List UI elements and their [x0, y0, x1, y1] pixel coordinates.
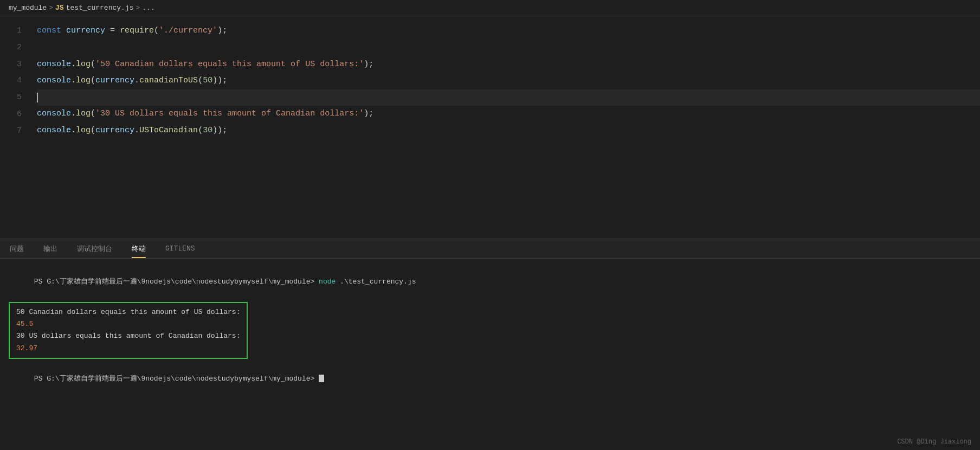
tab-terminal[interactable]: 终端	[122, 239, 156, 258]
code-line-3: console . log ( '50 Canadian dollars equ…	[37, 56, 980, 73]
kw-const: const	[37, 23, 61, 40]
tab-output[interactable]: 输出	[34, 239, 67, 258]
fn-log-4: log	[76, 73, 91, 89]
code-line-4: console . log ( currency . canadianToUS …	[37, 73, 980, 89]
code-line-7: console . log ( currency . USToCanadian …	[37, 123, 980, 139]
code-line-5	[37, 89, 980, 106]
line-num-4: 4	[0, 73, 22, 89]
fn-log-3: log	[76, 56, 91, 73]
console-3: console	[37, 56, 71, 73]
line-num-6: 6	[0, 106, 22, 123]
text-cursor	[37, 93, 38, 102]
line-num-1: 1	[0, 23, 22, 40]
output-line2: 30 US dollars equals this amount of Cana…	[16, 330, 240, 342]
var-currency-7: currency	[95, 123, 134, 139]
line-num-5: 5	[0, 89, 22, 106]
terminal-ps-command: PS G:\丁家雄自学前端最后一遍\9nodejs\code\nodestudy…	[9, 264, 971, 300]
terminal-ps-after: PS G:\丁家雄自学前端最后一遍\9nodejs\code\nodestudy…	[9, 361, 971, 397]
terminal-command-rest: .\test_currency.js	[336, 278, 416, 286]
console-7: console	[37, 123, 71, 139]
code-area: 1 2 3 4 5 6 7 const currency = require (…	[0, 16, 980, 239]
line-num-2: 2	[0, 40, 22, 56]
fn-log-6: log	[76, 106, 91, 123]
line-num-3: 3	[0, 56, 22, 73]
code-line-2	[37, 40, 980, 56]
tab-debug-console[interactable]: 调试控制台	[67, 239, 122, 258]
line-num-7: 7	[0, 123, 22, 140]
breadcrumb-module: my_module	[9, 4, 47, 12]
num-30: 30	[203, 123, 212, 139]
console-4: console	[37, 73, 71, 89]
ps-suffix: PS G:\丁家雄自学前端最后一遍\9nodejs\code\nodestudy…	[34, 375, 319, 383]
terminal-cursor	[319, 375, 324, 382]
panel: 问题 输出 调试控制台 终端 GITLENS PS G:\丁家雄自学前端最后一遍…	[0, 239, 980, 450]
code-content[interactable]: const currency = require ( './currency' …	[33, 16, 980, 239]
output-value1: 45.5	[16, 318, 240, 330]
tab-problems[interactable]: 问题	[0, 239, 34, 258]
breadcrumb-js-label: JS	[55, 4, 64, 12]
watermark: CSDN @Ding Jiaxiong	[897, 438, 971, 446]
ps-prefix: PS G:\丁家雄自学前端最后一遍\9nodejs\code\nodestudy…	[34, 278, 319, 286]
str-line6: '30 US dollars equals this amount of Can…	[95, 106, 364, 123]
output-value2: 32.97	[16, 343, 240, 355]
output-line1: 50 Canadian dollars equals this amount o…	[16, 306, 240, 318]
breadcrumb-file: test_currency.js	[66, 4, 134, 12]
tab-gitlens[interactable]: GITLENS	[156, 239, 205, 258]
line-numbers: 1 2 3 4 5 6 7	[0, 16, 33, 239]
breadcrumb-dots: ...	[142, 4, 154, 12]
num-50: 50	[203, 73, 212, 89]
method-canadianToUS: canadianToUS	[139, 73, 198, 89]
var-currency-4: currency	[95, 73, 134, 89]
terminal-area[interactable]: PS G:\丁家雄自学前端最后一遍\9nodejs\code\nodestudy…	[0, 259, 980, 450]
code-editor: 1 2 3 4 5 6 7 const currency = require (…	[0, 16, 980, 239]
fn-require: require	[120, 23, 154, 40]
breadcrumb: my_module > JS test_currency.js > ...	[0, 0, 980, 16]
code-line-6: console . log ( '30 US dollars equals th…	[37, 106, 980, 123]
var-currency: currency	[66, 23, 105, 40]
str-line3: '50 Canadian dollars equals this amount …	[95, 56, 364, 73]
method-USToCanadian: USToCanadian	[139, 123, 198, 139]
panel-tabs: 问题 输出 调试控制台 终端 GITLENS	[0, 239, 980, 259]
terminal-node-keyword: node	[319, 278, 336, 286]
breadcrumb-sep1: >	[49, 4, 53, 12]
fn-log-7: log	[76, 123, 91, 139]
terminal-output-box: 50 Canadian dollars equals this amount o…	[9, 302, 248, 358]
breadcrumb-sep2: >	[136, 4, 140, 12]
str-currency-path: './currency'	[159, 23, 217, 40]
code-line-1: const currency = require ( './currency' …	[37, 23, 980, 40]
console-6: console	[37, 106, 71, 123]
